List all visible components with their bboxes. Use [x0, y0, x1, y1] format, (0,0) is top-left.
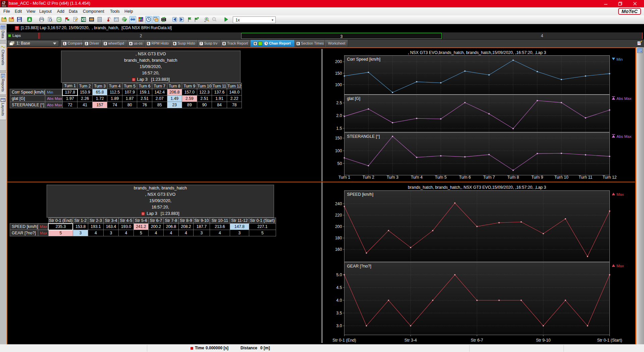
column-header[interactable]: Str 7-8 [163, 218, 178, 224]
value-cell[interactable]: 3 [103, 230, 118, 236]
menu-help[interactable]: Help [124, 7, 133, 15]
value-cell[interactable]: 41 [77, 102, 93, 108]
worksheet-tab-compare[interactable]: 1Compare [61, 40, 83, 47]
value-cell[interactable]: 2.22 [227, 96, 242, 102]
column-header[interactable]: Turn 9 [182, 83, 197, 89]
value-cell[interactable]: 107.9 [122, 89, 137, 96]
row-aggregate-label[interactable]: Abs Max [45, 102, 62, 108]
menu-tools[interactable]: Tools [110, 7, 120, 15]
web-update-button[interactable] [121, 16, 128, 23]
close-log-file-button[interactable] [8, 16, 15, 23]
worksheet-tab-chan-report[interactable]: 9Chan Report [250, 40, 295, 47]
new-worksheet-button[interactable] [637, 40, 642, 46]
value-cell[interactable]: 157.0 [182, 89, 197, 96]
value-cell[interactable]: 5 [249, 230, 276, 236]
value-cell[interactable]: 1.97 [62, 96, 77, 102]
menu-data[interactable]: Data [69, 7, 77, 15]
value-cell[interactable]: 227.1 [249, 224, 276, 230]
time-distance-mode-button[interactable] [129, 16, 136, 23]
zoom-out-full-button[interactable] [211, 16, 218, 23]
value-cell[interactable]: 89 [182, 102, 197, 108]
value-cell[interactable]: 4 [88, 230, 103, 236]
value-cell[interactable]: 206.8 [163, 224, 178, 230]
worksheet-tab-susp-histo[interactable]: 6Susp Histo [171, 40, 198, 47]
column-header[interactable]: Turn 10 [197, 83, 212, 89]
minimize-button[interactable] [600, 0, 611, 7]
worksheet-tab-track-report[interactable]: 8Track Report [221, 40, 251, 47]
value-cell[interactable]: 208.2 [178, 224, 193, 230]
column-header[interactable]: Str 3-4 [103, 218, 118, 224]
row-channel-label[interactable]: SPEED [km/h] [10, 224, 38, 230]
value-cell[interactable]: 137.8 [62, 89, 77, 96]
value-cell[interactable]: 193.0 [118, 224, 133, 230]
export-excel-button[interactable] [80, 16, 87, 23]
save-button[interactable] [16, 16, 23, 23]
alarms-button[interactable] [105, 16, 112, 23]
worksheet-tab-rpm-histo[interactable]: 5RPM Histo [145, 40, 171, 47]
playback-button[interactable] [223, 16, 229, 23]
column-header[interactable]: Turn 11 [212, 83, 227, 89]
value-cell[interactable]: 122.3 [197, 89, 212, 96]
import-button[interactable] [26, 16, 33, 23]
value-cell[interactable]: 200.2 [148, 224, 163, 230]
dock-tab-channels[interactable]: Channels [0, 43, 6, 71]
value-cell[interactable]: 213.6 [210, 224, 230, 230]
worksheet-tab-section-times[interactable]: 0Section Times [295, 40, 325, 47]
components-panel-icon[interactable] [637, 48, 643, 53]
value-cell[interactable]: 148.0 [227, 89, 242, 96]
row-channel-label[interactable]: glat [G] [10, 96, 45, 102]
lap-4-label[interactable]: 4 [541, 33, 543, 39]
value-cell[interactable]: 2.07 [152, 96, 167, 102]
playback-speed-select[interactable]: 1x▾ [233, 16, 276, 23]
previous-lap-button[interactable] [171, 16, 178, 23]
edit-details-button[interactable] [72, 16, 79, 23]
value-cell[interactable]: 187.7 [193, 224, 210, 230]
print-button[interactable] [38, 16, 45, 23]
value-cell[interactable]: 74 [107, 102, 122, 108]
video-sync-button[interactable] [160, 16, 167, 23]
column-header[interactable]: Str 9-10 [193, 218, 210, 224]
worksheet-tab-susp-trv[interactable]: 7Susp trv [198, 40, 221, 47]
value-cell[interactable]: 4 [148, 230, 163, 236]
value-cell[interactable]: 2.51 [197, 96, 212, 102]
column-header[interactable]: Str 11-12 [230, 218, 249, 224]
print-preview-button[interactable] [47, 16, 53, 23]
worksheet-tab-driver[interactable]: 2Driver [83, 40, 102, 47]
refresh-data-button[interactable] [56, 16, 62, 23]
value-cell[interactable]: 4 [178, 230, 193, 236]
value-cell[interactable]: 153.8 [73, 224, 88, 230]
value-cell[interactable]: 1.89 [107, 96, 122, 102]
column-header[interactable]: Turn 2 [77, 83, 93, 89]
column-header[interactable]: Turn 1 [62, 83, 77, 89]
value-cell[interactable]: 153.9 [77, 89, 93, 96]
row-aggregate-label[interactable]: Max [38, 224, 48, 230]
value-cell[interactable]: 147.8 [230, 224, 249, 230]
value-cell[interactable]: 78 [227, 102, 242, 108]
value-cell[interactable]: 3 [73, 230, 88, 236]
column-header[interactable]: Turn 4 [107, 83, 122, 89]
worksheet-tab-wheelspd[interactable]: 3wheelSpd [102, 40, 127, 47]
value-cell[interactable]: 90 [197, 102, 212, 108]
value-cell[interactable]: 4 [118, 230, 133, 236]
value-cell[interactable]: 2.59 [182, 96, 197, 102]
column-header[interactable]: Str 2-3 [88, 218, 103, 224]
open-log-file-button[interactable] [1, 16, 7, 23]
column-header[interactable]: Str 10-11 [210, 218, 230, 224]
value-cell[interactable]: 23 [167, 102, 182, 108]
menu-file[interactable]: File [3, 7, 10, 15]
value-cell[interactable]: 206.8 [167, 89, 182, 96]
row-channel-label[interactable]: Corr Speed [km/h] [10, 89, 45, 96]
plot-area-corr[interactable] [344, 56, 610, 95]
next-lap-button[interactable] [178, 16, 185, 23]
value-cell[interactable]: 5 [48, 230, 73, 236]
value-cell[interactable]: 137.6 [212, 89, 227, 96]
column-header[interactable]: Str 5-6 [133, 218, 148, 224]
column-header[interactable]: Turn 3 [92, 83, 107, 89]
column-header[interactable]: Str 1-2 [73, 218, 88, 224]
worksheet-tab-worksheet[interactable]: Worksheet [325, 40, 348, 47]
value-cell[interactable]: 193.1 [88, 224, 103, 230]
overlay-laps-button[interactable] [153, 16, 159, 23]
column-header[interactable]: Turn 8 [167, 83, 182, 89]
column-header[interactable]: Turn 6 [137, 83, 152, 89]
workbook-selector[interactable]: 1: Base [7, 40, 59, 47]
